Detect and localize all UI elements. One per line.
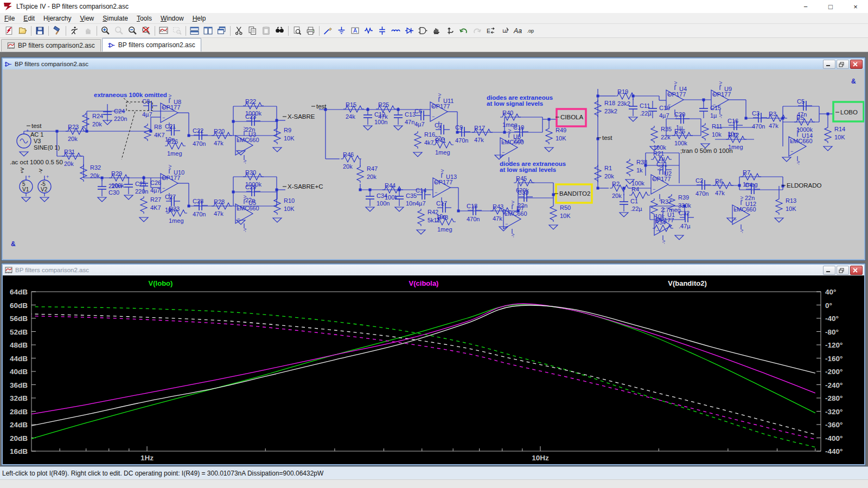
svg-text:+V: +V — [168, 94, 173, 100]
svg-text:R4: R4 — [631, 186, 639, 192]
svg-text:C14: C14 — [416, 187, 426, 194]
component-button[interactable] — [416, 24, 430, 37]
text-button[interactable]: Aa — [511, 24, 525, 37]
svg-text:R11: R11 — [712, 123, 722, 130]
zoom-in-button[interactable] — [99, 24, 112, 37]
waveform-viewer-button[interactable] — [157, 24, 170, 37]
spice-directive-button[interactable]: .op — [525, 24, 538, 37]
svg-text:R40: R40 — [502, 110, 513, 116]
save-button[interactable] — [33, 24, 47, 37]
diode-button[interactable] — [403, 24, 416, 37]
menu-simulate[interactable]: Simulate — [98, 14, 132, 23]
plot-close-button[interactable] — [850, 266, 863, 275]
tab-1-waveform[interactable]: BP filters comparison2.asc — [1, 39, 101, 52]
print-preview-button[interactable] — [290, 24, 304, 37]
ground-button[interactable] — [335, 24, 348, 37]
svg-text:+: + — [26, 128, 29, 133]
svg-text:-40°: -40° — [825, 314, 839, 323]
svg-text:−: − — [734, 217, 737, 222]
label-net-button[interactable]: A — [348, 24, 362, 37]
menu-help[interactable]: Help — [188, 14, 210, 23]
svg-text:4K7: 4K7 — [150, 204, 161, 211]
svg-text:OP177: OP177 — [655, 217, 674, 223]
svg-text:at low signal levels: at low signal levels — [500, 166, 556, 173]
toolbar-separator — [319, 26, 320, 36]
zoom-out-button[interactable] — [126, 24, 139, 37]
move-button[interactable] — [430, 24, 443, 37]
schematic-icon — [5, 61, 12, 68]
menu-hierarchy[interactable]: Hierarchy — [39, 14, 75, 23]
svg-text:R24: R24 — [92, 113, 103, 119]
toolbar-separator — [288, 26, 289, 36]
open-button[interactable] — [16, 24, 29, 37]
svg-text:47k: 47k — [214, 140, 224, 146]
maximize-button[interactable]: □ — [818, 0, 843, 13]
svg-text:-V: -V — [242, 159, 247, 164]
plot-canvas[interactable]: 64dB60dB56dB52dB48dB44dB40dB36dB32dB28dB… — [3, 275, 864, 464]
svg-text:47k: 47k — [715, 190, 725, 196]
svg-text:C30: C30 — [108, 189, 119, 196]
mirror-button[interactable]: E — [484, 24, 497, 37]
plot-restore-button[interactable] — [837, 266, 849, 275]
control-panel-button[interactable] — [50, 24, 64, 37]
print-button[interactable] — [304, 24, 317, 37]
toolbar-separator — [66, 26, 66, 36]
svg-text:1meg: 1meg — [169, 217, 184, 224]
menu-edit[interactable]: Edit — [19, 14, 39, 23]
svg-text:C8: C8 — [142, 98, 150, 105]
svg-text:10K: 10K — [284, 206, 295, 212]
undo-button[interactable] — [457, 24, 470, 37]
resistor-button[interactable] — [362, 24, 375, 37]
capacitor-button[interactable] — [375, 24, 389, 37]
svg-text:V2: V2 — [41, 187, 48, 192]
svg-text:-V: -V — [38, 169, 43, 174]
minimize-button[interactable]: − — [793, 0, 818, 13]
svg-text:+V: +V — [739, 196, 744, 202]
svg-text:1k: 1k — [636, 167, 643, 174]
footer-strip — [0, 479, 868, 488]
tile-vertical-button[interactable] — [188, 24, 201, 37]
wire-button[interactable] — [321, 24, 335, 37]
menu-tools[interactable]: Tools — [132, 14, 156, 23]
svg-text:10K: 10K — [834, 134, 845, 140]
schematic-close-button[interactable] — [850, 60, 863, 69]
svg-text:−: − — [432, 114, 435, 119]
svg-text:4K7: 4K7 — [154, 132, 165, 138]
new-schematic-button[interactable] — [2, 24, 16, 37]
drag-button[interactable] — [443, 24, 457, 37]
find-button[interactable] — [273, 24, 286, 37]
svg-text:-160°: -160° — [825, 355, 843, 363]
menu-view[interactable]: View — [75, 14, 98, 23]
schematic-minimize-button[interactable] — [823, 60, 835, 69]
inductor-button[interactable] — [389, 24, 403, 37]
svg-text:+V: +V — [242, 195, 247, 201]
svg-text:CIBOLA: CIBOLA — [560, 114, 584, 120]
svg-text:47k: 47k — [214, 210, 224, 217]
svg-text:23k2: 23k2 — [604, 108, 617, 114]
svg-text:47k: 47k — [769, 123, 778, 129]
plot-minimize-button[interactable] — [823, 266, 835, 275]
menu-window[interactable]: Window — [156, 14, 188, 23]
schematic-canvas[interactable]: R2320kR3120kR29100kR261megR2047kR221000k… — [3, 69, 864, 259]
svg-text:V(lobo): V(lobo) — [149, 279, 173, 287]
svg-text:C32: C32 — [679, 210, 690, 216]
svg-text:220n: 220n — [114, 115, 127, 122]
close-button[interactable]: × — [843, 0, 868, 13]
tile-horizontal-button[interactable] — [201, 24, 215, 37]
plot-window-titlebar[interactable]: BP filters comparison2.asc — [3, 265, 864, 275]
copy-button[interactable] — [246, 24, 259, 37]
schematic-restore-button[interactable] — [837, 60, 849, 69]
run-button[interactable] — [68, 24, 81, 37]
svg-text:4µ7: 4µ7 — [659, 112, 669, 119]
schematic-window-titlebar[interactable]: BP filters comparison2.asc — [3, 59, 864, 69]
svg-text:OP177: OP177 — [667, 91, 686, 98]
cascade-button[interactable] — [215, 24, 228, 37]
svg-text:-V: -V — [440, 201, 445, 206]
rotate-button[interactable]: E — [497, 24, 511, 37]
svg-text:OP177: OP177 — [162, 104, 180, 111]
menu-file[interactable]: File — [0, 14, 19, 23]
tab-2-schematic[interactable]: BP filters comparison2.asc — [102, 38, 201, 52]
svg-text:-240°: -240° — [825, 381, 843, 389]
cut-button[interactable] — [232, 24, 246, 37]
zoom-full-button[interactable] — [139, 24, 153, 37]
